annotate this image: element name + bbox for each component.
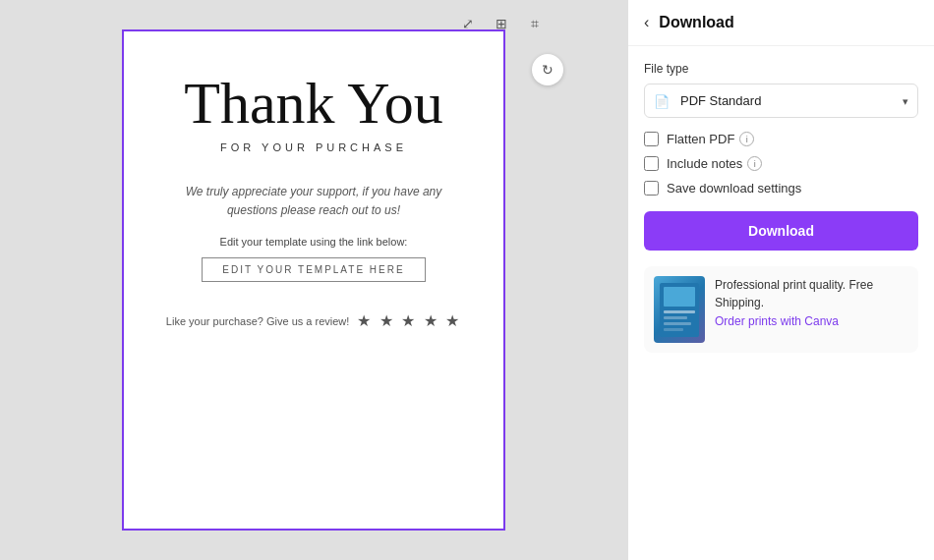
- back-button[interactable]: ‹: [644, 14, 649, 31]
- save-settings-label[interactable]: Save download settings: [667, 181, 801, 196]
- svg-rect-5: [664, 328, 683, 331]
- edit-template-button[interactable]: EDIT YOUR TEMPLATE HERE: [202, 257, 425, 282]
- svg-rect-2: [664, 310, 695, 313]
- svg-rect-3: [664, 316, 687, 319]
- include-notes-checkbox[interactable]: [644, 156, 659, 171]
- flatten-pdf-label[interactable]: Flatten PDF i: [667, 132, 754, 146]
- promo-description: Professional print quality. Free Shippin…: [715, 276, 908, 311]
- promo-content: Professional print quality. Free Shippin…: [715, 276, 908, 329]
- save-settings-row: Save download settings: [644, 181, 918, 196]
- include-notes-info-icon[interactable]: i: [747, 156, 762, 171]
- refresh-button[interactable]: ↻: [532, 54, 563, 85]
- edit-label: Edit your template using the link below:: [220, 236, 408, 248]
- panel-body: File type 📄 PDF Standard PDF Print PNG J…: [628, 46, 934, 560]
- appreciate-text: We truly appreciate your support, if you…: [186, 183, 442, 220]
- file-type-select[interactable]: PDF Standard PDF Print PNG JPG SVG: [644, 84, 918, 118]
- svg-rect-1: [664, 287, 695, 307]
- file-type-select-wrapper: 📄 PDF Standard PDF Print PNG JPG SVG ▾: [644, 84, 918, 118]
- star-rating: ★ ★ ★ ★ ★: [357, 311, 461, 330]
- toolbar-crop-btn[interactable]: ⌗: [521, 10, 549, 37]
- panel-title: Download: [659, 14, 733, 31]
- print-promo-section: Professional print quality. Free Shippin…: [644, 266, 918, 353]
- flatten-pdf-info-icon[interactable]: i: [739, 132, 754, 146]
- download-button[interactable]: Download: [644, 211, 918, 251]
- svg-rect-4: [664, 322, 691, 325]
- back-icon: ‹: [644, 14, 649, 31]
- review-row: Like your purchase? Give us a review! ★ …: [166, 311, 461, 330]
- pdf-icon: 📄: [654, 93, 670, 108]
- refresh-icon: ↻: [542, 62, 554, 78]
- save-settings-checkbox[interactable]: [644, 181, 659, 196]
- download-panel: ‹ Download File type 📄 PDF Standard PDF …: [627, 0, 934, 560]
- include-notes-row: Include notes i: [644, 156, 918, 171]
- document-preview: Thank You FOR YOUR PURCHASE We truly app…: [122, 29, 505, 531]
- flatten-pdf-checkbox[interactable]: [644, 132, 659, 146]
- file-type-label: File type: [644, 62, 918, 76]
- include-notes-label[interactable]: Include notes i: [667, 156, 762, 171]
- canvas-area: ⤢ ⊞ ⌗ ↻ Thank You FOR YOUR PURCHASE We t…: [0, 0, 627, 560]
- review-text: Like your purchase? Give us a review!: [166, 315, 349, 327]
- order-prints-link[interactable]: Order prints with Canva: [715, 314, 839, 328]
- thank-you-heading: Thank You: [184, 71, 442, 136]
- flatten-pdf-row: Flatten PDF i: [644, 132, 918, 146]
- promo-thumbnail: [654, 276, 705, 343]
- for-your-purchase-text: FOR YOUR PURCHASE: [220, 141, 407, 153]
- panel-header: ‹ Download: [628, 0, 934, 46]
